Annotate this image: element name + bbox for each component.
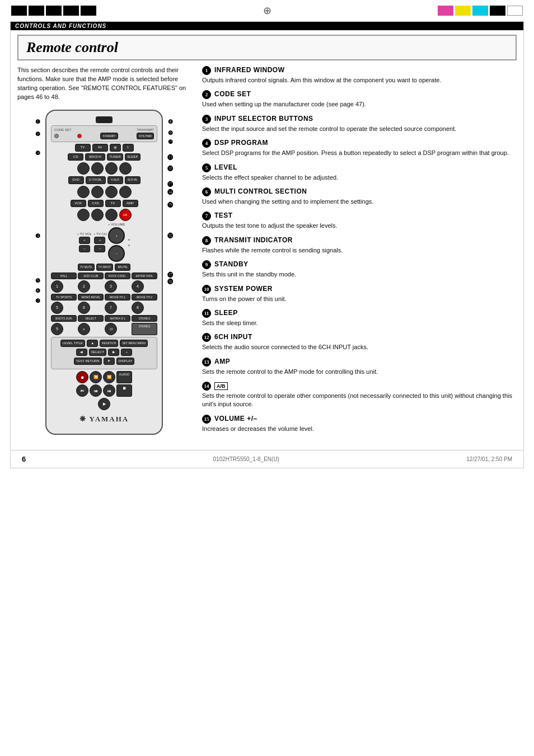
set-menu-button[interactable]: SET MENU MENU xyxy=(120,340,148,347)
tv-sports-round[interactable]: 5 xyxy=(51,302,63,314)
footer-file: 0102HTR5550_1-8_EN(U) xyxy=(213,456,279,462)
mono-movie-button[interactable]: MONO MOVIE xyxy=(78,294,104,300)
level-button[interactable]: LEVEL TITLE xyxy=(60,340,85,347)
stop-button[interactable]: ⏹ xyxy=(116,384,132,397)
ffwd-button[interactable]: ⏩ xyxy=(103,371,115,383)
cd-button[interactable]: ⊕ xyxy=(110,144,121,152)
md-round[interactable] xyxy=(91,162,104,175)
dvd-round[interactable] xyxy=(77,186,90,198)
remote-wrapper: ❶ ❷ ❸ ❹ ❺ ❻ ❼ ❽ ❾ ❿ ⓫ ⓬ ⓭ ⓮ ⓯ ⓰ ⓱ xyxy=(17,110,191,435)
enter-round[interactable]: 4 xyxy=(132,280,144,293)
feature-number-8: 8 xyxy=(202,236,211,245)
rock-round[interactable]: 3 xyxy=(105,280,117,293)
movie-th1-button[interactable]: MOVIE TH.1 xyxy=(105,294,130,300)
reset-ch-button[interactable]: RESET/CH xyxy=(100,340,118,347)
top-center: ⊕ xyxy=(102,4,432,17)
rock-concert-button[interactable]: ROCK CONC. xyxy=(105,273,130,279)
tuner-round[interactable] xyxy=(105,162,118,175)
tv-button[interactable]: TV xyxy=(75,144,91,152)
hall-round[interactable]: 1 xyxy=(51,280,63,293)
stereo-round[interactable]: STEREO xyxy=(132,323,157,335)
tuner-button[interactable]: TUNER xyxy=(107,153,123,161)
jazz-club-button[interactable]: JAZZ CLUB xyxy=(78,273,104,279)
down-arrow[interactable]: ▼ xyxy=(104,358,115,365)
6ch-round[interactable] xyxy=(119,186,132,198)
plus-btn[interactable]: + xyxy=(121,349,132,356)
vcr-button[interactable]: VCR xyxy=(71,200,86,207)
play-button[interactable]: ▶ xyxy=(98,398,110,410)
6ch-input-button[interactable]: 6CH IN xyxy=(125,176,140,184)
callout-18: ⓲ xyxy=(167,279,173,285)
footer-date: 12/27/01, 2:50 PM xyxy=(466,456,512,462)
jazz-round[interactable]: 2 xyxy=(78,280,90,293)
volume-plus[interactable]: + xyxy=(108,227,125,244)
tv-mute-button[interactable]: TV MUTE xyxy=(78,264,95,271)
rew-button[interactable]: ⏪ xyxy=(90,371,102,383)
feature-desc-6: Used when changing the setting and to im… xyxy=(202,198,517,206)
amp-button[interactable]: AMP xyxy=(123,200,138,207)
one-button[interactable]: 1 xyxy=(123,144,134,152)
standby-button[interactable]: STANDBY xyxy=(100,133,118,139)
disc-skip-button[interactable]: ⏭ xyxy=(76,384,88,397)
feature-number-9: 9 xyxy=(202,260,211,269)
dts-round[interactable]: 9 xyxy=(51,323,63,335)
tv-ch-minus[interactable]: – xyxy=(94,245,105,252)
mth2-round[interactable]: 8 xyxy=(132,302,144,314)
callout-8: ❽ xyxy=(168,119,173,125)
mute-button[interactable]: MUTE xyxy=(115,264,130,271)
next-button[interactable]: ⏭ xyxy=(103,384,115,397)
return-button[interactable]: TEST RETURN xyxy=(74,358,102,365)
sleep-button[interactable]: SLEEP xyxy=(125,153,140,161)
select-button[interactable]: SELECT xyxy=(78,315,104,322)
tv-vol-plus[interactable]: + xyxy=(79,237,90,244)
feature-heading-1: 1 Infrared window xyxy=(202,66,517,75)
v-aux-button[interactable]: V-AUX xyxy=(107,176,123,184)
dtv-round[interactable] xyxy=(91,186,104,198)
prev-button[interactable]: ⏮ xyxy=(90,384,102,397)
mono-round[interactable]: 6 xyxy=(78,302,90,314)
cas-round[interactable] xyxy=(91,209,104,221)
cd-round[interactable] xyxy=(77,162,90,175)
feature-desc-5: Selects the effect speaker channel to be… xyxy=(202,173,517,182)
entertain-button[interactable]: ENTER-TAIN. xyxy=(132,273,157,279)
audio-button[interactable]: AUDIO xyxy=(116,371,132,383)
vcr-round[interactable] xyxy=(77,209,90,221)
tv3-button[interactable]: TV xyxy=(105,200,121,207)
movie-th2-button[interactable]: MOVIE TH.2 xyxy=(132,294,157,300)
av-button[interactable]: AV xyxy=(92,144,108,152)
system-power-button[interactable]: SYS PWR xyxy=(137,133,154,139)
mth1-round[interactable]: 7 xyxy=(105,302,117,314)
tv-round[interactable] xyxy=(105,209,118,221)
stereo-button[interactable]: STEREO xyxy=(132,315,157,322)
md-cdr-button[interactable]: MD/CD-R xyxy=(85,153,105,161)
feature-number-7: 7 xyxy=(202,212,211,220)
feature-item-2: 2 CODE SET Used when setting up the manu… xyxy=(202,90,517,109)
tv-sports-button[interactable]: TV SPORTS xyxy=(51,294,77,300)
amp-round[interactable]: AB xyxy=(119,209,132,221)
dtv-cbl-button[interactable]: D-TV/CBL xyxy=(86,176,106,184)
volume-minus[interactable]: – xyxy=(108,245,125,262)
select-center[interactable]: SELECT xyxy=(89,349,106,356)
rec-button[interactable]: ⏺ xyxy=(76,371,88,383)
vaux-round[interactable] xyxy=(105,186,118,198)
hall-button[interactable]: HALL xyxy=(51,273,77,279)
display-button[interactable]: DISPLAY xyxy=(116,358,135,365)
feature-title-13: AMP xyxy=(214,358,230,365)
feature-item-13: 13 AMP Sets the remote control to the AM… xyxy=(202,358,517,376)
left-arrow[interactable]: ◀ xyxy=(76,349,87,356)
up-arrow[interactable]: ▲ xyxy=(87,340,98,347)
sleep-round[interactable] xyxy=(119,162,132,175)
dts-sur-button[interactable]: 3D/DTS SUR. xyxy=(51,315,77,322)
tv-ch-plus[interactable]: + xyxy=(94,237,105,244)
feature-item-12: 12 6CH INPUT Selects the audio source co… xyxy=(202,333,517,351)
dvd-button[interactable]: DVD xyxy=(68,176,84,184)
tv-input-button[interactable]: TV INPUT xyxy=(96,264,114,271)
tv-vol-minus[interactable]: – xyxy=(79,245,90,252)
right-o-label2: o xyxy=(128,243,130,247)
select-round[interactable]: o xyxy=(78,323,90,335)
matrix-button[interactable]: MATRIX 8:1 xyxy=(105,315,130,322)
matrix-round[interactable]: ·10 xyxy=(105,323,117,335)
cd-btn[interactable]: CD xyxy=(68,153,83,161)
right-arrow[interactable]: ▶ xyxy=(108,349,119,356)
cas-button[interactable]: CAS xyxy=(88,200,104,207)
